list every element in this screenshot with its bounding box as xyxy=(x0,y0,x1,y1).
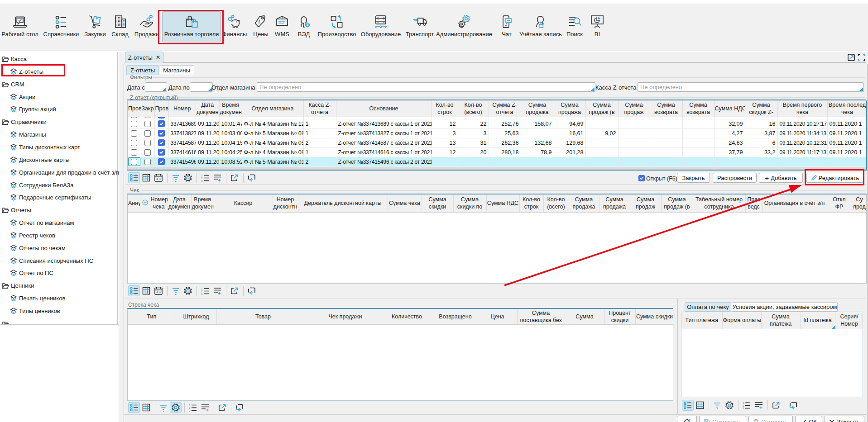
svg-text:3: 3 xyxy=(201,293,203,295)
svg-text:3: 3 xyxy=(743,407,744,410)
svg-text:3: 3 xyxy=(201,180,203,182)
svg-text:3: 3 xyxy=(189,409,191,412)
